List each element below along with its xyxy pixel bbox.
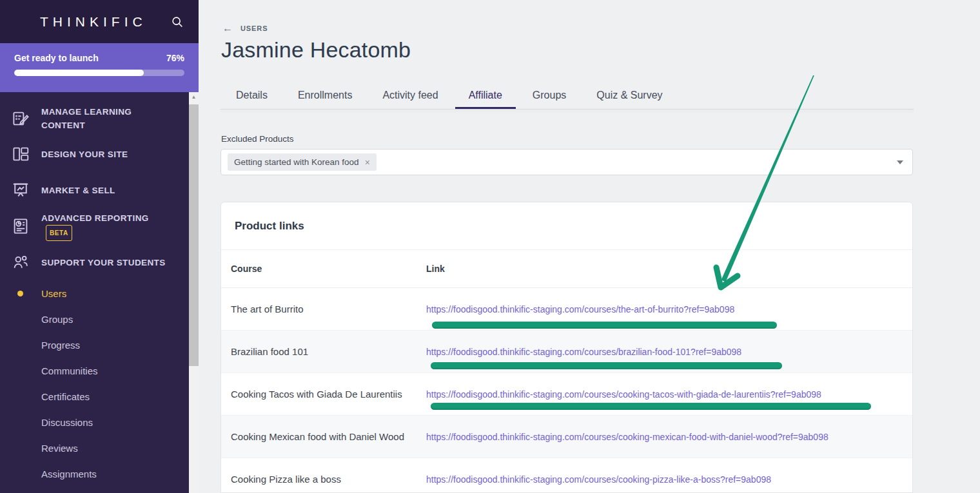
course-name: The art of Burrito [221,304,426,314]
sidebar-subitem-label: Assignments [41,469,97,479]
affiliate-link[interactable]: https://foodisgood.thinkific-staging.com… [426,389,821,400]
column-header-course: Course [221,264,426,274]
report-pie-chart-icon [11,217,30,236]
launch-percent: 76% [166,53,184,63]
remove-tag-icon[interactable]: × [365,157,370,168]
column-header-link: Link [426,264,445,274]
excluded-products-label: Excluded Products [221,134,294,144]
sidebar-subitem-label: Certificates [41,391,90,402]
sidebar-subitem-label: Progress [41,340,80,351]
launch-progress-banner[interactable]: Get ready to launch 76% [0,43,199,92]
sidebar-item-users[interactable]: Users [0,285,189,301]
tab-details[interactable]: Details [222,82,281,110]
green-marker-underline [431,362,782,369]
table-header-row: Course Link [221,250,912,288]
select-caret-icon[interactable] [897,160,903,164]
tab-affiliate[interactable]: Affiliate [455,82,516,110]
table-row: Cooking Pizza like a boss https://foodis… [221,458,912,493]
tab-activity-feed[interactable]: Activity feed [369,82,451,110]
breadcrumb-users-link[interactable]: USERS [240,24,268,32]
page-title: Jasmine Hecatomb [221,37,411,63]
sidebar-item-label: MANAGE LEARNING CONTENT [41,105,178,132]
tab-bar-divider [220,109,914,110]
tab-bar: Details Enrollments Activity feed Affili… [222,82,676,110]
sidebar-subitem-label: Groups [41,314,73,325]
sidebar-item-reviews[interactable]: Reviews [0,440,189,456]
card-header: Product links [221,202,912,250]
scrollbar-thumb[interactable] [189,104,199,366]
affiliate-link[interactable]: https://foodisgood.thinkific-staging.com… [426,347,741,357]
edit-document-icon [11,109,30,128]
course-name: Cooking Tacos with Giada De Laurentiis [221,389,426,400]
sidebar-item-label: DESIGN YOUR SITE [41,148,178,161]
sidebar-item-label: SUPPORT YOUR STUDENTS [41,256,178,269]
sidebar-item-design-your-site[interactable]: DESIGN YOUR SITE [0,139,189,169]
affiliate-link[interactable]: https://foodisgood.thinkific-staging.com… [426,474,771,485]
sidebar-logo-bar: THINKIFIC [0,0,199,43]
sidebar-item-progress[interactable]: Progress [0,337,189,353]
course-name: Cooking Pizza like a boss [221,474,426,485]
breadcrumb: ← USERS [222,23,268,34]
launch-label: Get ready to launch [14,53,99,63]
tab-enrollments[interactable]: Enrollments [284,82,366,110]
excluded-products-select[interactable]: Getting started with Korean food × [220,149,913,175]
sidebar-item-label: MARKET & SELL [41,184,178,197]
sidebar-item-label: ADVANCED REPORTINGBETA [41,211,178,241]
back-arrow-icon[interactable]: ← [222,23,233,34]
sidebar-subitem-label: Reviews [41,443,78,454]
search-icon[interactable] [170,15,184,29]
launch-progress-fill [14,70,144,76]
excluded-product-tag-label: Getting started with Korean food [234,157,359,167]
sidebar-item-assignments[interactable]: Assignments [0,466,189,481]
affiliate-link[interactable]: https://foodisgood.thinkific-staging.com… [426,432,828,442]
sidebar-item-certificates[interactable]: Certificates [0,389,189,404]
course-name: Brazilian food 101 [221,346,426,357]
thinkific-admin-screen: THINKIFIC Get ready to launch 76% MANAGE… [0,0,980,493]
card-title: Product links [235,220,304,233]
tab-groups[interactable]: Groups [519,82,580,110]
sidebar-item-groups[interactable]: Groups [0,311,189,327]
tab-quiz-survey[interactable]: Quiz & Survey [583,82,676,110]
affiliate-link[interactable]: https://foodisgood.thinkific-staging.com… [426,304,734,314]
sidebar-subitem-label: Discussions [41,417,93,428]
scrollbar-up-arrow[interactable]: ▲ [189,92,199,102]
sidebar-item-manage-learning-content[interactable]: MANAGE LEARNING CONTENT [0,103,189,134]
course-name: Cooking Mexican food with Daniel Wood [221,431,426,442]
sidebar-item-communities[interactable]: Communities [0,363,189,378]
sidebar-item-support-your-students[interactable]: SUPPORT YOUR STUDENTS [0,247,189,278]
presentation-chart-icon [11,180,30,200]
beta-badge: BETA [46,225,72,241]
sidebar-item-advanced-reporting[interactable]: ADVANCED REPORTINGBETA [0,211,189,242]
thinkific-logo[interactable]: THINKIFIC [40,14,147,30]
sidebar: THINKIFIC Get ready to launch 76% MANAGE… [0,0,199,493]
sidebar-subitem-label: Communities [41,365,98,376]
sidebar-subitem-label: Users [41,288,66,299]
people-icon [11,253,30,272]
site-layout-icon [11,144,30,164]
sidebar-scrollbar[interactable]: ▲ [189,92,199,493]
sidebar-item-market-and-sell[interactable]: MARKET & SELL [0,175,189,206]
launch-progress-bar [14,70,184,76]
green-marker-underline [432,322,777,329]
active-item-dot [17,291,23,296]
sidebar-item-discussions[interactable]: Discussions [0,414,189,430]
table-row: Cooking Mexican food with Daniel Wood ht… [221,416,912,458]
product-links-card: Product links Course Link The art of Bur… [220,202,913,493]
green-marker-underline [431,403,871,410]
excluded-product-tag: Getting started with Korean food × [228,153,377,171]
